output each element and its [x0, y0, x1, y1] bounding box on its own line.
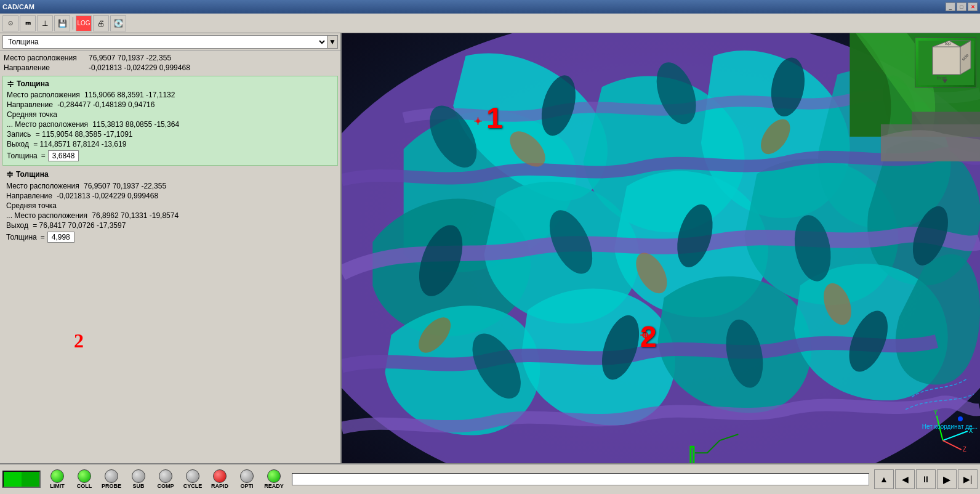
close-button[interactable]: ✕: [968, 2, 978, 11]
viewport[interactable]: X Y Z 1 2: [342, 33, 980, 463]
export-button[interactable]: 💽: [110, 15, 126, 31]
s1-location-value: 115,9066 88,3591 -17,1132: [84, 91, 175, 99]
s1-thickness-label: Толщина: [7, 152, 38, 160]
status-comp[interactable]: COMP: [153, 466, 179, 493]
s2-location-label: Место расположения: [6, 182, 79, 190]
annotation-2-left: 2: [74, 330, 84, 352]
nav-prev-button[interactable]: ◀: [895, 469, 915, 489]
status-opti[interactable]: OPTI: [234, 466, 260, 493]
cycle-label: CYCLE: [183, 483, 203, 489]
svg-text:Y: Y: [933, 409, 938, 416]
s1-midpoint-loc-value: 115,3813 88,0855 -15,364: [92, 120, 179, 129]
position-marker: [958, 416, 963, 421]
opti-label: OPTI: [240, 483, 253, 489]
green-progress-bar: [2, 471, 41, 488]
save-button[interactable]: 💾: [54, 15, 70, 31]
s1-direction-label: Направление: [7, 100, 53, 109]
s1-thickness-value: 3,6848: [48, 150, 79, 161]
svg-text:top: top: [945, 41, 951, 46]
s1-thickness-row: Толщина = 3,6848: [7, 149, 334, 163]
coll-label: COLL: [77, 483, 92, 489]
s1-exit-label: Выход: [7, 140, 29, 148]
s1-direction-value: -0,284477 -0,148189 0,94716: [57, 100, 155, 109]
s1-record-label: Запись: [7, 130, 31, 139]
s1-location-label: Место расположения: [7, 91, 80, 99]
s2-exit-row: Выход = 76,8417 70,0726 -17,3597: [6, 221, 334, 230]
s1-midpoint-loc-label: ... Место расположения: [7, 120, 88, 129]
ready-label: READY: [264, 483, 284, 489]
s2-direction-label: Направление: [6, 192, 52, 200]
nav-up-button[interactable]: ▲: [874, 469, 894, 489]
maximize-button[interactable]: □: [957, 2, 966, 11]
top-location-row: Место расположения 76,9507 70,1937 -22,3…: [4, 53, 337, 63]
status-rapid[interactable]: RAPID: [207, 466, 233, 493]
s2-midpoint-location-row: ... Место расположения 76,8962 70,1331 -…: [6, 211, 334, 221]
top-direction-row: Направление -0,021813 -0,024229 0,999468: [4, 63, 337, 73]
print-button[interactable]: 🖨: [93, 15, 109, 31]
s1-direction-row: Направление -0,284477 -0,148189 0,94716: [7, 100, 334, 110]
s2-exit-label: Выход: [6, 221, 28, 230]
dropdown-arrow-icon: ▼: [327, 35, 338, 49]
s2-direction-value: -0,021813 -0,024229 0,999468: [57, 192, 158, 200]
transform-button[interactable]: ⊥: [37, 15, 53, 31]
status-ready[interactable]: READY: [261, 466, 287, 493]
comp-label: COMP: [158, 483, 174, 489]
s1-exit-value: = 114,8571 87,8124 -13,619: [33, 140, 126, 148]
s2-exit-value: = 76,8417 70,0726 -17,3597: [33, 221, 126, 230]
progress-bar: [292, 473, 869, 485]
section1-icon: ≑: [7, 79, 14, 89]
window-title: CAD/CAM: [2, 3, 34, 10]
direction-value-1: -0,021813 -0,024229 0,999468: [89, 63, 190, 72]
s1-record-value: = 115,9054 88,3585 -17,1091: [36, 130, 133, 139]
section2-icon: ≑: [6, 169, 14, 179]
s1-midpoint-location-row: ... Место расположения 115,3813 88,0855 …: [7, 119, 334, 129]
nav-next-button[interactable]: ▶: [937, 469, 957, 489]
overlay-number-2: 2: [640, 320, 657, 354]
svg-text:Z: Z: [963, 446, 966, 453]
minimize-button[interactable]: _: [946, 2, 955, 11]
status-cycle[interactable]: CYCLE: [180, 466, 206, 493]
status-sub[interactable]: SUB: [126, 466, 151, 493]
coordinates-display: Нет координат де...: [922, 423, 978, 430]
mm-button[interactable]: ㎜: [20, 15, 36, 31]
nav-pause-button[interactable]: ⏸: [916, 469, 936, 489]
direction-label-1: Направление: [4, 63, 89, 72]
s1-record-row: Запись = 115,9054 88,3585 -17,1091: [7, 129, 334, 139]
s2-location-row: Место расположения 76,9507 70,1937 -22,3…: [6, 181, 334, 191]
section1-title: Толщина: [17, 79, 49, 88]
status-coll[interactable]: COLL: [71, 466, 97, 493]
location-value-1: 76,9507 70,1937 -22,355: [89, 54, 171, 62]
status-probe[interactable]: PROBE: [98, 466, 124, 493]
limit-label: LIMIT: [50, 483, 65, 489]
probe-label: PROBE: [102, 483, 121, 489]
mini-map: front side top: [915, 37, 976, 87]
s1-location-row: Место расположения 115,9066 88,3591 -17,…: [7, 90, 334, 100]
log-button[interactable]: LOG: [76, 15, 92, 31]
s2-midpoint-loc-label: ... Место расположения: [6, 211, 87, 220]
s2-thickness-label: Толщина: [6, 233, 37, 241]
rapid-label: RAPID: [211, 483, 228, 489]
location-label-1: Место расположения: [4, 54, 89, 62]
thickness-dropdown[interactable]: Толщина: [2, 35, 327, 49]
sub-label: SUB: [132, 483, 144, 489]
units-button[interactable]: ⊙: [2, 15, 18, 31]
s2-direction-row: Направление -0,021813 -0,024229 0,999468: [6, 191, 334, 201]
section2-title: Толщина: [16, 170, 49, 179]
s2-midpoint-label: Средняя точка: [6, 201, 334, 211]
overlay-number-1: 1: [486, 101, 503, 135]
s1-midpoint-label: Средняя точка: [7, 110, 334, 119]
svg-marker-39: [933, 41, 960, 75]
s1-exit-row: Выход = 114,8571 87,8124 -13,619: [7, 139, 334, 149]
status-limit[interactable]: LIMIT: [44, 466, 70, 493]
s2-thickness-value: 4,998: [47, 232, 74, 243]
nav-end-button[interactable]: ▶|: [958, 469, 978, 489]
s2-location-value: 76,9507 70,1937 -22,355: [84, 182, 166, 190]
scene-svg: X Y Z: [342, 33, 980, 463]
s2-midpoint-loc-value: 76,8962 70,1331 -19,8574: [92, 211, 179, 220]
s2-thickness-row: Толщина = 4,998: [6, 230, 334, 244]
